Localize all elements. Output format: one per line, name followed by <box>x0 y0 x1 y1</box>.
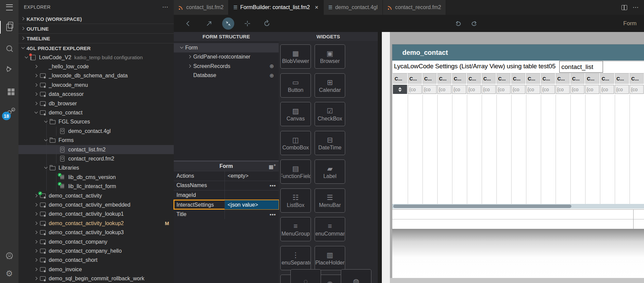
property-value[interactable]: ••• <box>225 181 279 190</box>
add-circle-icon[interactable]: ⊕ <box>270 63 274 69</box>
widget-button[interactable]: ▭Button <box>280 73 311 98</box>
tree-item[interactable]: demo_contact_activity_lookup3 <box>18 228 174 237</box>
sidebar-section-katko-workspace-[interactable]: KATKO (WORKSPACE) <box>18 14 174 24</box>
widget-partial-1[interactable]: ◌ <box>290 269 321 283</box>
widget-canvas[interactable]: ▨Canvas <box>280 102 311 126</box>
tree-item[interactable]: ✓demo_contact_activity <box>18 191 174 200</box>
column-header[interactable]: C... <box>437 73 451 84</box>
table-cell[interactable]: {co <box>526 85 540 94</box>
run-debug-icon[interactable] <box>0 61 18 77</box>
widget-listbox[interactable]: ☷ListBox <box>280 188 311 213</box>
widget-menugroup[interactable]: ≡MenuGroup <box>280 217 311 241</box>
tab-demo-contact-4gl[interactable]: ☰demo_contact.4gl <box>324 0 383 15</box>
table-cell[interactable]: {co <box>422 85 437 94</box>
table-cell[interactable]: {co <box>452 85 466 94</box>
column-header[interactable]: C... <box>422 73 437 84</box>
form-structure-item[interactable]: ScreenRecords⊕ <box>174 62 279 71</box>
property-row-imageid[interactable]: ImageId <box>174 190 279 200</box>
property-row-classnames[interactable]: ClassNames••• <box>174 181 279 190</box>
tab-contact-list-fm2[interactable]: contact_list.fm2 <box>174 0 229 15</box>
tree-item[interactable]: _lowcode_menu <box>18 80 174 90</box>
close-icon[interactable]: ✕ <box>315 5 319 10</box>
column-header[interactable]: C... <box>570 73 585 84</box>
property-value[interactable]: <empty> <box>225 171 279 181</box>
column-header[interactable]: C... <box>615 73 629 84</box>
tree-item[interactable]: demo_contact_activity_lookup1 <box>18 210 174 219</box>
tree-item[interactable]: _hello_low_code <box>18 62 174 71</box>
tree-item[interactable]: contact_list.fm2 <box>18 145 174 154</box>
form-structure-item[interactable]: GridPanel-rootcontainer <box>174 52 279 62</box>
table-cell[interactable]: {co <box>511 85 525 94</box>
collapse-circle-button[interactable] <box>222 17 234 30</box>
sidebar-more-icon[interactable]: ⋯ <box>162 3 168 11</box>
table-cell[interactable]: {co <box>630 85 644 94</box>
tree-item[interactable]: demo_contact_activity_embedded <box>18 200 174 209</box>
table-cell[interactable]: {co <box>615 85 629 94</box>
table-cell[interactable]: {co <box>585 85 599 94</box>
tree-item[interactable]: ✓lib_llc_interact_form <box>18 182 174 191</box>
property-value[interactable]: ••• <box>225 210 279 219</box>
settings-gear-icon[interactable]: ⚙ <box>0 265 18 282</box>
editor-more-icon[interactable]: ⋯ <box>633 4 639 11</box>
column-header[interactable]: C... <box>467 73 481 84</box>
explorer-icon[interactable] <box>0 19 18 36</box>
widget-functionfield[interactable]: ▤FunctionField <box>280 160 311 184</box>
widget-combobox[interactable]: ◫ComboBox <box>280 131 311 155</box>
split-editor-icon[interactable] <box>621 5 627 10</box>
focused-field[interactable]: contact_list <box>559 61 603 73</box>
column-header[interactable]: C... <box>482 73 496 84</box>
column-header[interactable]: C... <box>408 73 422 84</box>
expand-icon[interactable] <box>205 19 213 28</box>
widget-datetime[interactable]: ⊟DateTime <box>315 131 345 155</box>
property-row-interactsettings[interactable]: InteractSettings<json value> <box>174 200 279 210</box>
refresh-icon[interactable] <box>263 19 271 28</box>
column-header[interactable]: C... <box>556 73 570 84</box>
property-row-title[interactable]: Title••• <box>174 209 279 219</box>
table-cell[interactable]: {co <box>437 85 451 94</box>
tree-item[interactable]: LowCode_V2katko_temp build configuration <box>18 53 174 62</box>
form-structure-item[interactable]: Form <box>174 43 279 52</box>
column-header[interactable]: C... <box>496 73 511 84</box>
form-structure-item[interactable]: Database⊕ <box>174 71 279 80</box>
account-icon[interactable] <box>0 247 18 264</box>
sidebar-section-timeline[interactable]: TIMELINE <box>18 33 174 43</box>
column-header[interactable]: C... <box>526 73 540 84</box>
tree-item[interactable]: demo_contact_company <box>18 237 174 246</box>
extensions-icon[interactable] <box>0 81 18 98</box>
tree-item[interactable]: demo_contact.4gl <box>18 127 174 136</box>
column-header[interactable]: C... <box>630 73 644 84</box>
tree-item[interactable]: demo_contact_activity_lookup2M <box>18 219 174 228</box>
tree-item[interactable]: demo_contact_company_hello <box>18 246 174 255</box>
property-value[interactable]: <json value> <box>225 200 279 210</box>
search-icon[interactable] <box>0 40 18 57</box>
table-cell[interactable]: {co <box>482 85 496 94</box>
sidebar-section-4gl-project-explorer[interactable]: 4GL PROJECT EXPLORER <box>18 43 174 53</box>
tab-contact-record-fm2[interactable]: contact_record.fm2 <box>383 0 446 15</box>
tree-item[interactable]: _lowcode_db_schema_and_data <box>18 71 174 80</box>
tree-item[interactable]: db_browser <box>18 99 174 108</box>
widget-calendar[interactable]: ⊞Calendar <box>315 73 345 98</box>
widget-label[interactable]: ▰Label <box>315 160 345 184</box>
widget-menuseparator[interactable]: ⋮MenuSeparator <box>280 246 311 270</box>
preview-hscrollbar-thumb[interactable] <box>393 205 571 208</box>
widget-menucommand[interactable]: ≡MenuCommand <box>315 217 345 241</box>
menu-icon[interactable] <box>0 0 18 15</box>
widget-checkbox[interactable]: ☑CheckBox <box>315 102 345 126</box>
property-row-actions[interactable]: Actions<empty> <box>174 171 279 181</box>
column-header[interactable]: C... <box>541 73 555 84</box>
widget-blobviewer[interactable]: ▦BlobViewer <box>280 44 311 69</box>
table-cell[interactable]: {co <box>408 85 422 94</box>
tree-item[interactable]: contact_record.fm2 <box>18 154 174 163</box>
add-property-icon[interactable]: ▦+ <box>269 163 276 170</box>
widget-browser[interactable]: ▣Browser <box>315 44 345 69</box>
fold-icon[interactable] <box>243 19 252 28</box>
tree-item[interactable]: data_accessor <box>18 90 174 99</box>
table-cell[interactable]: {co <box>467 85 481 94</box>
more-icon[interactable]: ••• <box>270 210 276 219</box>
tree-item[interactable]: demo_contact_short <box>18 256 174 265</box>
undo-icon[interactable] <box>454 19 462 28</box>
current-row-marker[interactable] <box>393 85 407 94</box>
tree-item[interactable]: FGL Sources <box>18 117 174 127</box>
column-header[interactable]: C... <box>511 73 525 84</box>
table-cell[interactable]: {co <box>570 85 585 94</box>
